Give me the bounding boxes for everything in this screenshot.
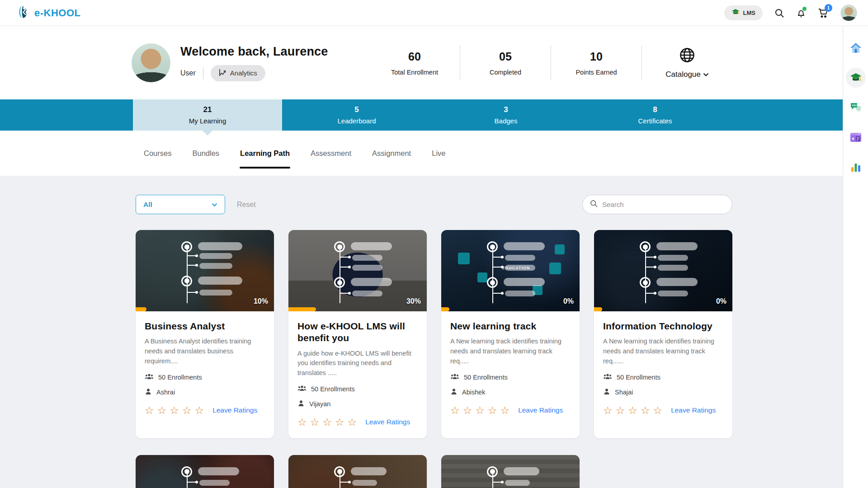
graduation-cap-icon bbox=[731, 9, 740, 17]
stat-label: Total Enrollment bbox=[369, 69, 460, 76]
progress-percent-label: 30% bbox=[406, 297, 421, 305]
stat-label: Points Earned bbox=[551, 69, 642, 76]
primary-nav-bar: 21 My Learning 5 Leaderboard 3 Badges 8 … bbox=[0, 99, 843, 131]
leave-ratings-link[interactable]: Leave Ratings bbox=[212, 406, 257, 414]
tab-live[interactable]: Live bbox=[432, 149, 445, 158]
course-grid-row-2 bbox=[136, 455, 732, 488]
progress-percent-label: 0% bbox=[716, 297, 726, 305]
course-description: A New learning track identifies training… bbox=[450, 337, 571, 366]
welcome-title: Welcome back, Laurence bbox=[180, 45, 328, 59]
enrollments-count: 50 Enrollments bbox=[158, 374, 202, 381]
course-grid: 10% Business Analyst A Business Analyst … bbox=[136, 230, 732, 438]
nav-label: Leaderboard bbox=[337, 117, 376, 125]
cart-count-badge: 1 bbox=[825, 4, 832, 12]
tab-courses[interactable]: Courses bbox=[144, 149, 171, 158]
course-card-ekhool-lms[interactable]: 30% How e-KHOOL LMS will benefit you A g… bbox=[288, 230, 427, 438]
stat-points-earned: 10 Points Earned bbox=[551, 50, 642, 76]
enrollments-icon bbox=[145, 373, 154, 381]
enrollments-count: 50 Enrollments bbox=[464, 374, 508, 381]
nav-count: 21 bbox=[203, 105, 212, 114]
stat-label: Completed bbox=[460, 69, 551, 76]
chevron-down-icon bbox=[703, 70, 709, 79]
tab-bundles[interactable]: Bundles bbox=[192, 149, 219, 158]
search-input[interactable] bbox=[602, 201, 725, 208]
stats-group: 60 Total Enrollment 05 Completed 10 Poin… bbox=[369, 45, 732, 80]
tab-assessment[interactable]: Assessment bbox=[311, 149, 351, 158]
sidebar-home-icon[interactable] bbox=[846, 38, 866, 58]
tab-assignment[interactable]: Assignment bbox=[372, 149, 411, 158]
search-icon[interactable] bbox=[774, 8, 784, 18]
catalogue-button[interactable]: Catalogue bbox=[642, 47, 732, 79]
course-title: Business Analyst bbox=[145, 320, 265, 332]
notifications-bell-icon[interactable] bbox=[796, 8, 806, 18]
nav-label: My Learning bbox=[189, 117, 226, 125]
chevron-down-icon bbox=[212, 201, 217, 209]
course-thumbnail: EDUCATION 0% bbox=[441, 230, 580, 311]
course-thumbnail bbox=[441, 455, 580, 488]
course-description: A New learning track identifies training… bbox=[603, 337, 723, 366]
catalogue-label: Catalogue bbox=[665, 70, 701, 79]
user-avatar-large bbox=[132, 43, 170, 82]
author-icon bbox=[450, 388, 458, 397]
nav-count: 8 bbox=[653, 105, 657, 114]
author-icon bbox=[145, 388, 152, 397]
rating-stars[interactable]: ☆☆☆☆☆ bbox=[297, 417, 360, 427]
nav-leaderboard[interactable]: 5 Leaderboard bbox=[282, 99, 431, 131]
globe-icon bbox=[679, 57, 696, 65]
analytics-button-label: Analytics bbox=[230, 69, 257, 77]
sidebar-learning-icon[interactable] bbox=[846, 68, 866, 88]
content-area: All Reset bbox=[0, 176, 843, 488]
cart-icon[interactable]: 1 bbox=[818, 8, 829, 18]
reset-button[interactable]: Reset bbox=[237, 201, 256, 209]
user-avatar-small[interactable] bbox=[840, 5, 857, 21]
ekhool-logo-icon bbox=[17, 5, 31, 21]
sidebar-chat-icon[interactable] bbox=[846, 98, 866, 117]
author-icon bbox=[297, 400, 305, 408]
progress-bar bbox=[288, 307, 316, 311]
course-card-partial[interactable] bbox=[136, 455, 274, 488]
notification-dot bbox=[802, 7, 807, 11]
course-title: Information Technology bbox=[603, 320, 723, 332]
course-card-new-learning-track[interactable]: EDUCATION 0% New learning track A New le… bbox=[441, 230, 580, 438]
category-filter-dropdown[interactable]: All bbox=[136, 195, 225, 214]
course-card-partial[interactable] bbox=[288, 455, 427, 488]
progress-percent-label: 10% bbox=[254, 297, 268, 305]
nav-my-learning[interactable]: 21 My Learning bbox=[133, 99, 282, 131]
author-name: Ashrai bbox=[156, 389, 175, 396]
rating-stars[interactable]: ☆☆☆☆☆ bbox=[145, 405, 207, 416]
course-title: New learning track bbox=[450, 320, 571, 332]
rating-stars[interactable]: ☆☆☆☆☆ bbox=[603, 405, 665, 416]
author-name: Abishek bbox=[462, 389, 486, 396]
tab-learning-path[interactable]: Learning Path bbox=[240, 149, 290, 158]
rating-stars[interactable]: ☆☆☆☆☆ bbox=[450, 405, 513, 416]
right-sidebar bbox=[843, 26, 868, 488]
course-card-partial[interactable] bbox=[441, 455, 580, 488]
stat-value: 60 bbox=[369, 50, 460, 63]
nav-certificates[interactable]: 8 Certificates bbox=[580, 99, 730, 131]
course-thumbnail: 30% bbox=[288, 230, 427, 311]
analytics-chart-icon bbox=[219, 69, 226, 78]
stat-total-enrollment: 60 Total Enrollment bbox=[369, 50, 460, 76]
progress-bar bbox=[441, 307, 449, 311]
search-box[interactable] bbox=[582, 195, 732, 214]
author-icon bbox=[603, 388, 610, 397]
lms-badge[interactable]: LMS bbox=[724, 5, 763, 20]
course-thumbnail: 10% bbox=[136, 230, 274, 311]
course-card-information-technology[interactable]: 0% Information Technology A New learning… bbox=[594, 230, 732, 438]
analytics-button[interactable]: Analytics bbox=[211, 65, 265, 81]
leave-ratings-link[interactable]: Leave Ratings bbox=[671, 406, 716, 414]
leave-ratings-link[interactable]: Leave Ratings bbox=[365, 418, 410, 426]
sidebar-analytics-icon[interactable] bbox=[846, 157, 866, 177]
enrollments-icon bbox=[450, 373, 459, 381]
nav-count: 5 bbox=[354, 105, 359, 114]
nav-badges[interactable]: 3 Badges bbox=[431, 99, 580, 131]
ekhool-logo[interactable]: e-KHOOL bbox=[17, 5, 81, 21]
sidebar-assessment-icon[interactable] bbox=[846, 127, 866, 147]
leave-ratings-link[interactable]: Leave Ratings bbox=[518, 406, 563, 414]
course-thumbnail: 0% bbox=[594, 230, 732, 311]
lms-badge-label: LMS bbox=[743, 9, 755, 16]
progress-percent-label: 0% bbox=[563, 297, 574, 305]
ekhool-logo-text: e-KHOOL bbox=[34, 7, 81, 19]
course-card-business-analyst[interactable]: 10% Business Analyst A Business Analyst … bbox=[136, 230, 274, 438]
nav-label: Badges bbox=[495, 117, 518, 125]
